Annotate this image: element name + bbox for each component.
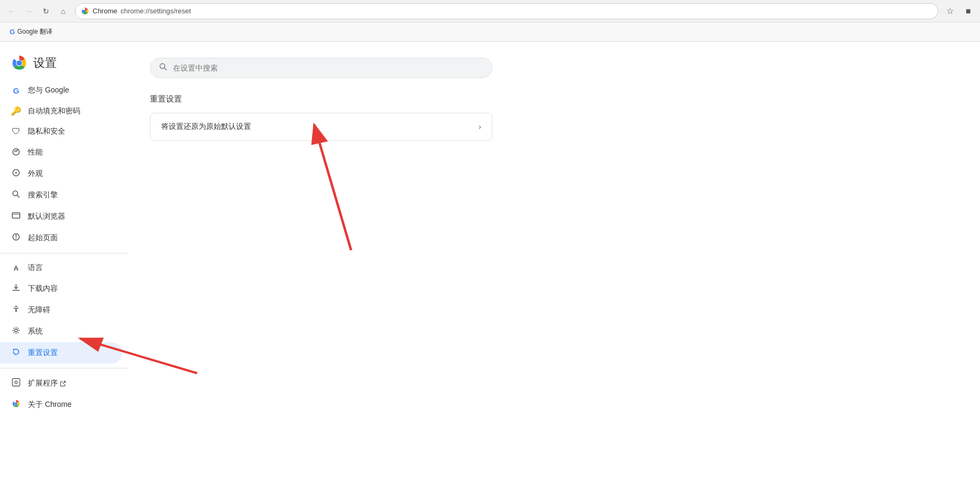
bookmark-button[interactable]: ☆ bbox=[943, 4, 958, 19]
sidebar-item-system-label: 系统 bbox=[28, 327, 43, 336]
sidebar-header: 设置 bbox=[0, 50, 128, 80]
svg-point-15 bbox=[16, 306, 17, 307]
search-icon bbox=[11, 190, 21, 201]
about-chrome-icon bbox=[11, 399, 21, 410]
extensions-button[interactable]: ■ bbox=[961, 4, 976, 19]
default-browser-icon bbox=[11, 211, 21, 222]
page-content: 设置 G 您与 Google 🔑 自动填充和密码 🛡 隐私和安全 bbox=[0, 42, 980, 478]
google-icon: G bbox=[11, 86, 21, 95]
settings-search-input[interactable] bbox=[173, 64, 483, 72]
google-translate-icon: G bbox=[10, 28, 15, 36]
sidebar-item-google-label: 您与 Google bbox=[28, 86, 69, 95]
bookmark-google-translate[interactable]: G Google 翻译 bbox=[6, 25, 56, 38]
sidebar-title: 设置 bbox=[33, 55, 57, 71]
site-icon bbox=[81, 7, 89, 16]
address-bar-url: chrome://settings/reset bbox=[120, 7, 191, 15]
sidebar-item-extensions-label: 扩展程序 bbox=[28, 379, 66, 388]
sidebar-item-autofill-label: 自动填充和密码 bbox=[28, 106, 80, 116]
title-bar: ← → ↻ ⌂ Chrome chrome://settings/reset bbox=[0, 0, 980, 22]
reload-button[interactable]: ↻ bbox=[39, 4, 54, 19]
external-link-icon bbox=[60, 381, 66, 387]
startup-icon bbox=[11, 233, 21, 243]
sidebar-item-google[interactable]: G 您与 Google bbox=[0, 80, 122, 101]
sidebar-item-accessibility[interactable]: 无障碍 bbox=[0, 299, 122, 321]
svg-rect-17 bbox=[12, 379, 20, 386]
sidebar-item-reset[interactable]: 重置设置 bbox=[0, 342, 122, 364]
sidebar-item-default-browser[interactable]: 默认浏览器 bbox=[0, 206, 122, 227]
sidebar-item-default-browser-label: 默认浏览器 bbox=[28, 212, 65, 221]
sidebar-item-privacy-label: 隐私和安全 bbox=[28, 127, 65, 136]
svg-point-16 bbox=[15, 329, 18, 332]
sidebar-divider-2 bbox=[0, 368, 128, 368]
sidebar-item-startup[interactable]: 起始页面 bbox=[0, 227, 122, 249]
sidebar-item-appearance[interactable]: 外观 bbox=[0, 163, 122, 184]
sidebar: 设置 G 您与 Google 🔑 自动填充和密码 🛡 隐私和安全 bbox=[0, 42, 128, 478]
home-button[interactable]: ⌂ bbox=[56, 4, 71, 19]
bookmarks-bar: G Google 翻译 bbox=[0, 22, 980, 42]
browser-frame: ← → ↻ ⌂ Chrome chrome://settings/reset bbox=[0, 0, 980, 478]
address-bar[interactable]: Chrome chrome://settings/reset bbox=[75, 3, 938, 19]
sidebar-item-language-label: 语言 bbox=[28, 263, 43, 273]
sidebar-item-appearance-label: 外观 bbox=[28, 169, 43, 179]
search-bar-icon bbox=[159, 63, 168, 73]
svg-line-22 bbox=[164, 68, 166, 70]
sidebar-item-accessibility-label: 无障碍 bbox=[28, 305, 50, 315]
system-icon bbox=[11, 326, 21, 337]
svg-point-4 bbox=[17, 60, 22, 66]
sidebar-item-search[interactable]: 搜索引擎 bbox=[0, 184, 122, 206]
extensions-side-icon bbox=[11, 378, 21, 389]
back-button[interactable]: ← bbox=[4, 4, 19, 19]
reset-to-defaults-card[interactable]: 将设置还原为原始默认设置 › bbox=[150, 113, 492, 141]
sidebar-item-extensions[interactable]: 扩展程序 bbox=[0, 373, 122, 394]
chrome-logo-icon bbox=[11, 55, 28, 72]
main-content: 重置设置 将设置还原为原始默认设置 › bbox=[128, 42, 980, 478]
language-icon: A bbox=[11, 264, 21, 272]
reset-option-text: 将设置还原为原始默认设置 bbox=[161, 122, 251, 132]
key-icon: 🔑 bbox=[11, 106, 21, 116]
search-bar-container bbox=[150, 58, 959, 78]
sidebar-item-about[interactable]: 关于 Chrome bbox=[0, 394, 122, 415]
toolbar-right: ☆ ■ bbox=[943, 4, 976, 19]
sidebar-item-performance[interactable]: 性能 bbox=[0, 142, 122, 163]
sidebar-item-downloads[interactable]: 下载内容 bbox=[0, 278, 122, 299]
appearance-icon bbox=[11, 168, 21, 179]
nav-buttons: ← → ↻ ⌂ bbox=[4, 4, 71, 19]
svg-line-8 bbox=[17, 195, 19, 197]
sidebar-item-autofill[interactable]: 🔑 自动填充和密码 bbox=[0, 101, 122, 121]
svg-point-13 bbox=[16, 238, 17, 239]
bookmark-label: Google 翻译 bbox=[17, 27, 52, 36]
shield-icon: 🛡 bbox=[11, 127, 21, 136]
download-icon bbox=[11, 283, 21, 294]
svg-point-5 bbox=[13, 149, 19, 155]
sidebar-item-system[interactable]: 系统 bbox=[0, 321, 122, 342]
sidebar-divider-1 bbox=[0, 253, 128, 253]
accessibility-icon bbox=[11, 305, 21, 315]
sidebar-item-about-label: 关于 Chrome bbox=[28, 400, 72, 410]
svg-rect-9 bbox=[12, 213, 20, 218]
sidebar-item-startup-label: 起始页面 bbox=[28, 233, 58, 243]
sidebar-item-performance-label: 性能 bbox=[28, 148, 43, 157]
forward-button[interactable]: → bbox=[21, 4, 36, 19]
performance-icon bbox=[11, 147, 21, 158]
sidebar-item-search-label: 搜索引擎 bbox=[28, 190, 58, 200]
sidebar-item-downloads-label: 下载内容 bbox=[28, 284, 58, 294]
svg-point-20 bbox=[15, 403, 18, 405]
address-bar-site-name: Chrome bbox=[93, 7, 117, 15]
reset-option-arrow-icon: › bbox=[478, 122, 481, 131]
sidebar-item-privacy[interactable]: 🛡 隐私和安全 bbox=[0, 121, 122, 142]
sidebar-item-language[interactable]: A 语言 bbox=[0, 258, 122, 278]
search-bar[interactable] bbox=[150, 58, 492, 78]
sidebar-item-reset-label: 重置设置 bbox=[28, 348, 58, 358]
reset-section-title: 重置设置 bbox=[150, 94, 959, 104]
reset-icon bbox=[11, 348, 21, 358]
